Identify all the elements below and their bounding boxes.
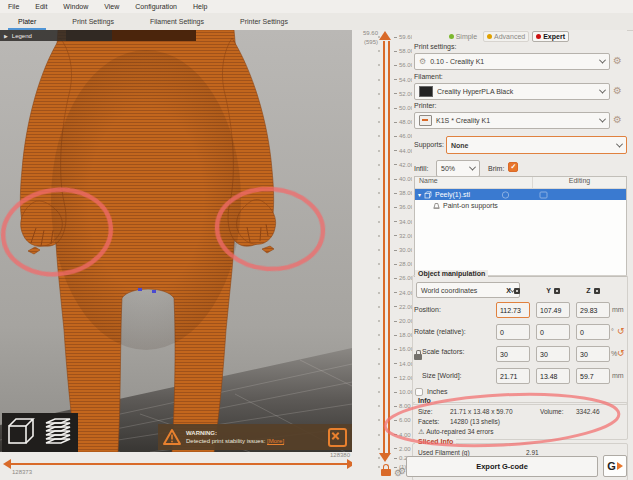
infill-dropdown[interactable]: 50%: [436, 160, 480, 177]
axis-z-icon[interactable]: [594, 288, 600, 294]
layer-tick: 54.00: [378, 76, 414, 84]
warning-more-link[interactable]: [More]: [267, 438, 284, 444]
position-z-field[interactable]: 29.83: [576, 302, 610, 318]
gcode-icon: G: [607, 460, 616, 472]
tab-print-settings[interactable]: Print Settings: [54, 13, 132, 30]
rotate-reset-icon[interactable]: [617, 326, 625, 336]
tab-plater[interactable]: Plater: [0, 13, 54, 30]
scale-x-field[interactable]: 30: [496, 346, 530, 362]
layer-tick: 42.00: [378, 161, 414, 169]
axis-x-icon[interactable]: [514, 288, 520, 294]
coordinates-value: World coordinates: [421, 287, 477, 294]
position-y-field[interactable]: 107.49: [536, 302, 570, 318]
layer-tick: 48.00: [378, 118, 414, 126]
object-row-paint-on-supports[interactable]: Paint-on supports: [415, 200, 626, 211]
menu-view[interactable]: View: [96, 3, 127, 10]
printer-gear-icon[interactable]: ⚙: [613, 115, 622, 125]
legend-toggle[interactable]: Legend: [0, 30, 112, 41]
inches-label: Inches: [427, 388, 448, 395]
menu-configuration[interactable]: Configuration: [127, 3, 185, 10]
brim-checkbox[interactable]: [508, 162, 518, 172]
scale-y-field[interactable]: 30: [536, 346, 570, 362]
position-label: Position:: [414, 306, 441, 313]
export-options-gear-icon[interactable]: ⚙: [394, 468, 402, 478]
supports-dropdown[interactable]: None: [446, 136, 627, 154]
view-mode-icons: [2, 413, 78, 452]
print-settings-gear-icon[interactable]: ⚙: [613, 56, 622, 66]
size-z-field[interactable]: 59.7: [576, 368, 610, 384]
layer-number-label: (595): [352, 39, 378, 45]
expand-triangle-icon[interactable]: [418, 191, 421, 198]
object-row-peely[interactable]: Peely(1).stl: [415, 189, 626, 200]
move-slider-track[interactable]: [10, 463, 348, 465]
slicer-window: File Edit Window View Configuration Help…: [0, 0, 633, 480]
object-manipulation-title: Object manipulation: [415, 270, 488, 277]
settings-panel: Simple Advanced Expert Print settings: ⚙…: [412, 30, 627, 480]
menu-help[interactable]: Help: [185, 3, 215, 10]
mode-expert[interactable]: Expert: [532, 31, 569, 42]
object-editing-icon[interactable]: [539, 191, 548, 199]
infill-value: 50%: [441, 165, 455, 172]
rotate-z-field[interactable]: 0: [576, 324, 610, 340]
info-volume-value: 3342.46: [576, 408, 600, 415]
size-x-field[interactable]: 21.71: [496, 368, 530, 384]
layer-tick: 18.00: [378, 331, 414, 339]
warning-text: WARNING: Detected print stability issues…: [186, 429, 323, 445]
menu-file[interactable]: File: [0, 3, 27, 10]
layer-tick: 46.00: [378, 132, 414, 140]
tab-filament-settings[interactable]: Filament Settings: [132, 13, 222, 30]
position-x-field[interactable]: 112.73: [496, 302, 530, 318]
print-settings-dropdown[interactable]: ⚙ 0.10 - Creality K1: [414, 53, 610, 70]
axis-y-header: Y: [536, 287, 570, 294]
rotate-x-field[interactable]: 0: [496, 324, 530, 340]
scale-reset-icon[interactable]: [617, 348, 625, 358]
axis-y-icon[interactable]: [554, 288, 560, 294]
export-gcode-quick-button[interactable]: G: [603, 455, 627, 477]
inches-checkbox[interactable]: [415, 388, 423, 396]
legend-collapse-icon: [4, 33, 8, 39]
mode-simple[interactable]: Simple: [446, 32, 480, 41]
model-shading: [51, 50, 241, 350]
expert-dot-icon: [536, 34, 541, 39]
export-gcode-button[interactable]: Export G-code: [406, 456, 598, 477]
printer-label: Printer:: [414, 102, 437, 109]
printer-dropdown[interactable]: K1S * Creality K1: [414, 112, 610, 129]
layer-height-label: 59.60: [352, 30, 378, 36]
rotate-y-field[interactable]: 0: [536, 324, 570, 340]
layer-slider[interactable]: 59.60 (595) ⚙ 59.6058.0056.0054.0052.005…: [352, 30, 412, 480]
uniform-scale-lock-icon[interactable]: [414, 354, 422, 360]
3d-view-icon[interactable]: [4, 415, 38, 449]
warning-close-icon[interactable]: [328, 428, 347, 447]
rotate-label: Rotate (relative):: [414, 328, 466, 335]
axis-x-header: X: [496, 287, 530, 294]
mode-switcher: Simple Advanced Expert: [446, 31, 569, 42]
size-label: Size [World]:: [422, 372, 462, 379]
brim-label: Brim:: [488, 165, 504, 172]
layer-tick: 58.00: [378, 47, 414, 55]
scale-z-field[interactable]: 30: [576, 346, 610, 362]
layer-tick: 24.00: [378, 289, 414, 297]
printer-icon: [419, 115, 432, 126]
menu-edit[interactable]: Edit: [27, 3, 55, 10]
mode-advanced[interactable]: Advanced: [483, 31, 529, 42]
layers-view-icon[interactable]: [41, 415, 75, 449]
object-printable-icon[interactable]: [501, 191, 510, 199]
tab-printer-settings[interactable]: Printer Settings: [222, 13, 306, 30]
used-filament-label: Used Filament (g): [418, 449, 470, 456]
layer-tick: 2.00: [378, 445, 411, 453]
filament-gear-icon[interactable]: ⚙: [613, 86, 622, 96]
layer-tick: 36.00: [378, 203, 414, 211]
layer-tick: 6.00: [378, 416, 411, 424]
size-y-field[interactable]: 13.48: [536, 368, 570, 384]
gcode-play-icon: [617, 462, 623, 470]
info-auto-repaired: Auto-repaired 34 errors: [418, 428, 493, 436]
preview-3d-viewport[interactable]: Legend WARNI: [0, 30, 352, 452]
filament-dropdown[interactable]: Creality HyperPLA Black: [414, 83, 610, 100]
filament-value: Creality HyperPLA Black: [437, 88, 513, 95]
menu-window[interactable]: Window: [55, 3, 96, 10]
move-slider-left-handle[interactable]: [3, 459, 11, 469]
layer-tick: (1): [378, 463, 406, 471]
print-profile-icon: ⚙: [419, 57, 426, 66]
supports-label: Supports:: [414, 141, 444, 148]
legend-label: Legend: [12, 33, 32, 39]
